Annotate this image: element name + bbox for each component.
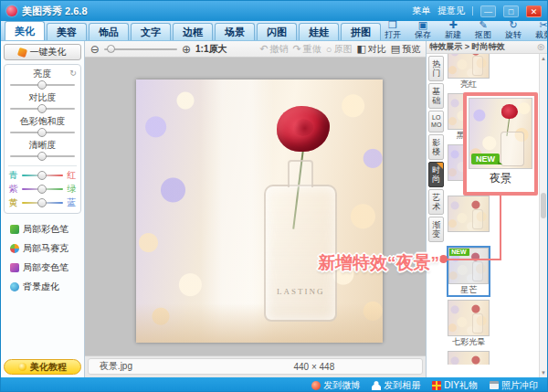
new-button[interactable]: ✚新建 — [441, 20, 465, 39]
lightbulb-icon — [18, 363, 26, 371]
compare-button[interactable]: ◧对比 — [356, 43, 385, 56]
status-bar: 夜景.jpg 440 × 448 — [85, 355, 426, 377]
tab-doll[interactable]: 娃娃 — [299, 23, 339, 40]
gift-icon — [432, 381, 441, 390]
feedback-button[interactable]: 提意见 — [437, 5, 465, 17]
redo-icon: ↷ — [293, 43, 301, 55]
scissors-icon: ✂ — [532, 20, 548, 30]
preview-button[interactable]: ▤预览 — [391, 43, 420, 56]
effect-item[interactable]: 七彩光晕 — [447, 299, 490, 348]
weibo-icon — [311, 381, 321, 390]
scrollbar-thumb[interactable] — [541, 193, 546, 218]
tab-beautify[interactable]: 美化 — [5, 21, 45, 40]
brightness-slider[interactable] — [8, 79, 77, 90]
cyan-red-slider[interactable] — [20, 170, 65, 180]
send-to-weibo-button[interactable]: 发到微博 — [311, 379, 360, 392]
close-button[interactable]: ✕ — [526, 5, 542, 17]
title-bar: 美图秀秀 2.6.8 菜单 提意见 — □ ✕ — [1, 1, 547, 21]
red-label: 红 — [67, 170, 77, 180]
tab-collage[interactable]: 拼图 — [341, 23, 381, 40]
zoom-ratio-button[interactable]: 1:1原大 — [195, 43, 227, 56]
slider-thumb[interactable] — [37, 171, 47, 180]
one-click-beautify-button[interactable]: 一键美化 — [4, 44, 81, 60]
reset-icon[interactable]: ↻ — [69, 69, 77, 78]
category-tab-studio[interactable]: 影楼 — [428, 134, 444, 160]
titlebar-divider — [472, 6, 473, 16]
rose-flower — [277, 106, 330, 152]
saturation-slider[interactable] — [8, 127, 77, 137]
category-tab-basic[interactable]: 基础 — [428, 83, 444, 109]
slider-thumb[interactable] — [37, 152, 47, 161]
quick-actions: ❐打开 ▣保存 ✚新建 ✎抠图 ↻旋转 ✂裁剪 ⊞尺寸 ✐涂鸦 ◉拍照 — [381, 20, 548, 40]
contrast-slider[interactable] — [8, 103, 77, 113]
slider-thumb[interactable] — [37, 185, 47, 194]
save-button[interactable]: ▣保存 — [411, 20, 435, 39]
cutout-button[interactable]: ✎抠图 — [471, 20, 495, 39]
zoom-slider[interactable] — [104, 45, 177, 54]
menu-strip: 美化 美容 饰品 文字 边框 场景 闪图 娃娃 拼图 ❐打开 ▣保存 ✚新建 ✎… — [1, 21, 547, 41]
effect-item[interactable]: 逆光 — [447, 350, 490, 365]
local-mosaic-button[interactable]: 局部马赛克 — [5, 238, 80, 258]
category-tab-hot[interactable]: 热门 — [428, 56, 444, 81]
slider-thumb[interactable] — [37, 104, 47, 113]
tab-scene[interactable]: 场景 — [215, 23, 255, 40]
slider-thumb[interactable] — [37, 128, 47, 137]
rotate-icon: ↻ — [501, 20, 525, 30]
zoom-out-icon[interactable]: ⊖ — [90, 44, 100, 55]
recolor-pen-icon — [10, 263, 19, 272]
effect-item[interactable] — [447, 195, 490, 244]
crop-button[interactable]: ✂裁剪 — [532, 20, 548, 39]
divider — [8, 165, 77, 166]
category-tab-gradient[interactable]: 渐变 — [428, 217, 444, 242]
effect-label: 星芒 — [448, 284, 489, 295]
category-tab-fashion[interactable]: 时尚 — [428, 162, 444, 187]
tab-text[interactable]: 文字 — [131, 23, 171, 40]
app-title: 美图秀秀 2.6.8 — [22, 5, 88, 18]
tab-frame[interactable]: 边框 — [173, 23, 213, 40]
tab-makeup[interactable]: 美容 — [47, 23, 87, 40]
tab-flash[interactable]: 闪图 — [257, 23, 297, 40]
collapse-icon[interactable]: ◎ — [537, 43, 544, 51]
local-recolor-pen-button[interactable]: 局部变色笔 — [5, 258, 80, 277]
maximize-button[interactable]: □ — [503, 5, 519, 17]
scroll-up-icon[interactable]: ▲ — [540, 55, 547, 62]
new-effect-callout[interactable]: NEW 夜景 — [463, 92, 538, 196]
background-blur-button[interactable]: 背景虚化 — [5, 277, 80, 296]
effect-item-selected[interactable]: NEW星芒 — [447, 246, 490, 297]
effect-item[interactable]: 亮红 — [447, 54, 490, 90]
zoom-slider-thumb[interactable] — [107, 45, 115, 53]
menu-button[interactable]: 菜单 — [412, 5, 430, 17]
zoom-in-icon[interactable]: ⊕ — [182, 44, 191, 55]
rotate-button[interactable]: ↻旋转 — [501, 20, 525, 39]
callout-effect-preview: NEW — [469, 98, 532, 169]
local-color-pen-button[interactable]: 局部彩色笔 — [5, 219, 80, 238]
category-tab-art[interactable]: 艺术 — [428, 189, 444, 215]
open-button[interactable]: ❐打开 — [381, 20, 405, 39]
filename: 夜景.jpg — [100, 360, 132, 373]
slider-thumb[interactable] — [37, 80, 47, 90]
preview-icon: ▤ — [391, 43, 400, 55]
tab-accessories[interactable]: 饰品 — [89, 23, 129, 40]
diy-gift-button[interactable]: DIY礼物 — [432, 379, 478, 392]
beautify-sidebar: 一键美化 亮度 ↻ 对比度 色彩饱和度 清晰度 — [1, 41, 85, 377]
yellow-blue-slider[interactable] — [20, 197, 65, 207]
slider-thumb[interactable] — [37, 198, 47, 207]
scrollbar[interactable]: ▲ ▼ — [539, 54, 547, 377]
purple-label: 紫 — [8, 184, 18, 194]
radio-icon: ○ — [326, 44, 332, 55]
send-to-album-button[interactable]: 发到相册 — [372, 379, 420, 392]
undo-button[interactable]: ↶撤销 — [259, 43, 288, 56]
photo-print-button[interactable]: 照片冲印 — [490, 379, 538, 392]
original-toggle[interactable]: ○原图 — [326, 43, 353, 56]
purple-green-slider[interactable] — [20, 184, 65, 194]
minimize-button[interactable]: — — [480, 5, 496, 17]
canvas: LASTING — [85, 58, 426, 355]
scroll-down-icon[interactable]: ▼ — [540, 369, 547, 376]
app-logo-icon — [6, 5, 17, 16]
clarity-slider[interactable] — [8, 151, 77, 161]
redo-button[interactable]: ↷重做 — [293, 43, 321, 56]
beautify-tutorial-button[interactable]: 美化教程 — [4, 359, 81, 375]
effect-label: 七彩光晕 — [448, 336, 490, 347]
mosaic-icon — [10, 244, 19, 253]
category-tab-lomo[interactable]: LOMO — [428, 111, 444, 132]
